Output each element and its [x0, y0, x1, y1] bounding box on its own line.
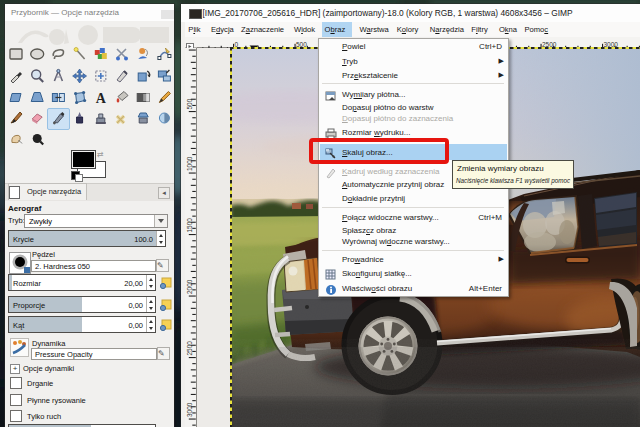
- svg-text:3000: 3000: [186, 402, 193, 417]
- svg-text:1500: 1500: [186, 218, 193, 233]
- svg-text:A: A: [96, 91, 107, 106]
- svg-text:2000: 2000: [186, 279, 193, 294]
- svg-text:1000: 1000: [186, 156, 193, 171]
- svg-text:500: 500: [186, 98, 193, 109]
- svg-text:2500: 2500: [186, 341, 193, 356]
